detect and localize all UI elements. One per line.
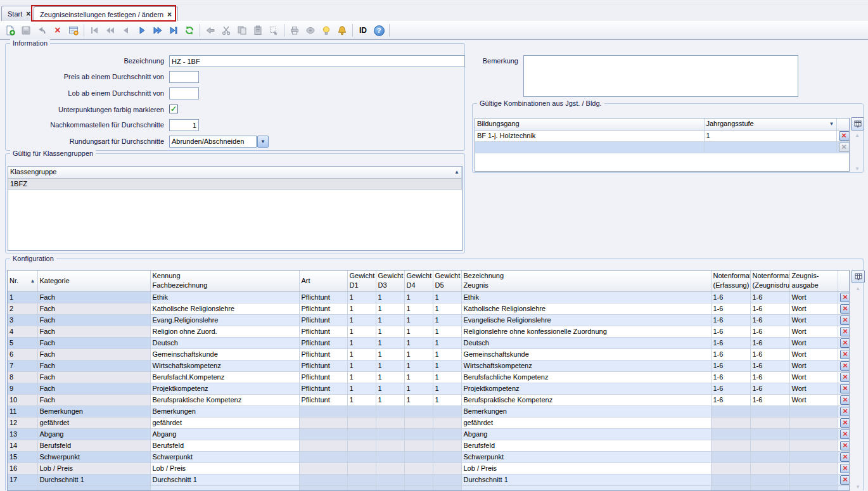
cell-notenformat-erfassung[interactable]	[711, 428, 750, 440]
column-header-jahrgangsstufe[interactable]: Jahrgangsstufe▼	[704, 118, 836, 130]
cell-bezeichnung-zeugnis[interactable]: Evangelische Religionslehre	[461, 314, 711, 326]
cell-gewicht-d1[interactable]	[347, 417, 376, 428]
delete-row-button[interactable]: ×	[840, 373, 850, 382]
cell-notenformat-zeugnisdruck[interactable]: 1-6	[750, 314, 789, 326]
konfiguration-row[interactable]: 13 Abgang Abgang Abgang	[8, 428, 849, 440]
cell-kennung[interactable]: Evang.Religionslehre	[150, 314, 299, 326]
cell-gewicht-d5[interactable]	[433, 451, 461, 462]
tab-start[interactable]: Start ×	[1, 6, 37, 21]
cell-gewicht-d5[interactable]	[433, 428, 461, 440]
rundungsart-select[interactable]: Abrunden/Abschneiden ▼	[169, 136, 269, 148]
tab-close-icon[interactable]: ×	[26, 11, 30, 17]
cell-zeugnisausgabe[interactable]	[789, 417, 838, 428]
cell-zeugnisausgabe[interactable]	[789, 440, 838, 451]
cell-kennung[interactable]: Katholische Religionslehre	[150, 303, 299, 314]
cell-notenformat-zeugnisdruck[interactable]: 1-6	[750, 394, 789, 405]
cell-zeugnisausgabe[interactable]: Wort	[789, 326, 838, 337]
cell-kennung[interactable]: Berufsfachl.Kompetenz	[150, 371, 299, 383]
cell-notenformat-zeugnisdruck[interactable]	[750, 451, 789, 462]
cell-gewicht-d4[interactable]: 1	[404, 394, 433, 405]
cell-gewicht-d5[interactable]: 1	[433, 360, 461, 371]
cell-art[interactable]: Pflichtunt	[299, 291, 347, 303]
cell-notenformat-erfassung[interactable]: 1-6	[711, 291, 750, 303]
cell-zeugnisausgabe[interactable]: Wort	[789, 348, 838, 360]
cell-gewicht-d1[interactable]: 1	[347, 303, 376, 314]
konfiguration-row[interactable]: 15 Schwerpunkt Schwerpunkt Schwerpunkt	[8, 451, 849, 462]
scroll-down-arrow[interactable]: ▼	[852, 484, 864, 490]
cell-bezeichnung-zeugnis[interactable]: Abgang	[461, 428, 711, 440]
column-header-gewicht-d4[interactable]: GewichtD4	[404, 271, 433, 291]
column-header-bezeichnung-zeugnis[interactable]: BezeichnungZeugnis	[461, 271, 711, 291]
delete-row-button[interactable]: ×	[840, 452, 850, 462]
cell-gewicht-d3[interactable]	[376, 428, 404, 440]
hint-button[interactable]	[319, 23, 334, 38]
cell-notenformat-zeugnisdruck[interactable]	[750, 417, 789, 428]
cell-kennung[interactable]: Lob / Preis	[150, 462, 299, 474]
bemerkung-textarea[interactable]	[523, 55, 798, 97]
cell-gewicht-d4[interactable]: 1	[404, 314, 433, 326]
nav-fast-forward-button[interactable]	[150, 23, 165, 38]
cell-gewicht-d4[interactable]: 1	[404, 383, 433, 394]
delete-row-button[interactable]: ×	[840, 304, 850, 314]
cell-gewicht-d1[interactable]: 1	[347, 383, 376, 394]
cell-notenformat-zeugnisdruck[interactable]: 1-6	[750, 348, 789, 360]
konfiguration-row[interactable]: 11 Bemerkungen Bemerkungen Bemerkungen	[8, 405, 849, 417]
record-id-button[interactable]: ID	[355, 23, 371, 38]
cell-zeugnisausgabe[interactable]	[789, 451, 838, 462]
cell-kennung[interactable]: Durchschnitt 1	[150, 474, 299, 485]
column-header-kategorie[interactable]: Kategorie	[37, 271, 150, 291]
column-chooser-button[interactable]	[851, 117, 864, 131]
dropdown-button[interactable]: ▼	[257, 136, 269, 148]
delete-row-button[interactable]: ×	[840, 316, 850, 325]
cell-zeugnisausgabe[interactable]: Wort	[789, 383, 838, 394]
cell-bezeichnung-zeugnis[interactable]: Katholische Religionslehre	[461, 303, 711, 314]
cell-gewicht-d4[interactable]	[404, 474, 433, 485]
cell-art[interactable]: Pflichtunt	[299, 383, 347, 394]
cell-gewicht-d4[interactable]	[404, 405, 433, 417]
cell-art[interactable]: Pflichtunt	[299, 303, 347, 314]
cell-notenformat-erfassung[interactable]	[711, 405, 750, 417]
cell-gewicht-d5[interactable]: 1	[433, 303, 461, 314]
cell-zeugnisausgabe[interactable]	[789, 462, 838, 474]
cell-gewicht-d4[interactable]: 1	[404, 303, 433, 314]
delete-row-button[interactable]: ×	[840, 418, 850, 428]
delete-row-button[interactable]: ×	[840, 407, 850, 416]
cell-art[interactable]: Pflichtunt	[299, 337, 347, 348]
scroll-down-arrow[interactable]: ▼	[851, 166, 864, 172]
cell-gewicht-d3[interactable]: 1	[376, 371, 404, 383]
cell-gewicht-d4[interactable]	[404, 428, 433, 440]
scroll-up-arrow[interactable]: ▲	[852, 286, 864, 291]
column-header-gewicht-d1[interactable]: GewichtD1	[347, 271, 376, 291]
cell-gewicht-d3[interactable]: 1	[376, 337, 404, 348]
cell-gewicht-d3[interactable]: 1	[376, 314, 404, 326]
cell-gewicht-d5[interactable]: 1	[433, 371, 461, 383]
help-button[interactable]: ?	[371, 23, 386, 38]
cell-gewicht-d1[interactable]	[347, 462, 376, 474]
cell-gewicht-d3[interactable]: 1	[376, 394, 404, 405]
column-header-klassengruppe[interactable]: Klassengruppe▲	[8, 167, 462, 178]
cell-gewicht-d5[interactable]: 1	[433, 348, 461, 360]
cell-notenformat-zeugnisdruck[interactable]	[750, 428, 789, 440]
konfiguration-row[interactable]: 8 Fach Berufsfachl.Kompetenz Pflichtunt …	[8, 371, 849, 383]
cell-notenformat-erfassung[interactable]: 1-6	[711, 360, 750, 371]
konfiguration-row[interactable]: 7 Fach Wirtschaftskompetenz Pflichtunt 1…	[8, 360, 849, 371]
sort-ascending-icon[interactable]: ▲	[454, 167, 459, 177]
cell-notenformat-erfassung[interactable]: 1-6	[711, 394, 750, 405]
cell-gewicht-d1[interactable]: 1	[347, 291, 376, 303]
cell-notenformat-zeugnisdruck[interactable]: 1-6	[750, 360, 789, 371]
cell-gewicht-d5[interactable]	[433, 474, 461, 485]
cell-art[interactable]	[299, 462, 347, 474]
cell-notenformat-zeugnisdruck[interactable]: 1-6	[750, 371, 789, 383]
cell-notenformat-erfassung[interactable]: 1-6	[711, 348, 750, 360]
cell-zeugnisausgabe[interactable]: Wort	[789, 337, 838, 348]
column-header-gewicht-d5[interactable]: GewichtD5	[433, 271, 461, 291]
cell-gewicht-d4[interactable]: 1	[404, 291, 433, 303]
column-header-kennung[interactable]: KennungFachbezeichnung	[150, 271, 299, 291]
cell-gewicht-d3[interactable]	[376, 474, 404, 485]
cell-bezeichnung-zeugnis[interactable]: Lob / Preis	[461, 462, 711, 474]
cell-gewicht-d3[interactable]	[376, 405, 404, 417]
cell-zeugnisausgabe[interactable]: Wort	[789, 371, 838, 383]
column-header-art[interactable]: Art	[299, 271, 347, 291]
cell-notenformat-erfassung[interactable]	[711, 451, 750, 462]
cell-kennung[interactable]: Ethik	[150, 291, 299, 303]
